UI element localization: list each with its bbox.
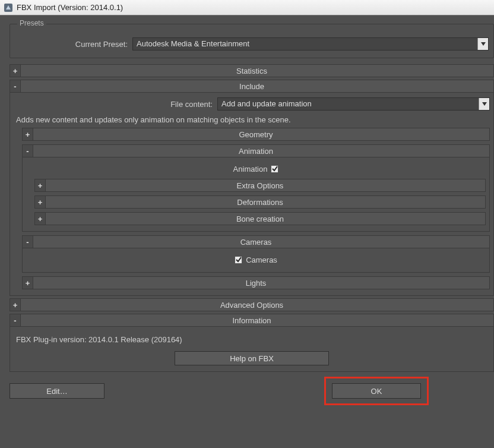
fbx-import-window: FBX Import (Version: 2014.0.1) Presets C… (0, 0, 494, 448)
current-preset-select[interactable]: Autodesk Media & Entertainment (132, 37, 489, 51)
section-lights-title: Lights (246, 279, 267, 288)
ok-button-highlight: OK (324, 377, 429, 405)
section-advanced-options-title: Advanced Options (220, 301, 283, 310)
file-content-value: Add and update animation (218, 98, 479, 110)
file-content-label: File content: (14, 100, 213, 109)
current-preset-value: Autodesk Media & Entertainment (133, 38, 477, 50)
section-animation-title: Animation (239, 147, 273, 156)
section-include[interactable]: - Include (10, 80, 494, 93)
presets-group: Presets Current Preset: Autodesk Media &… (10, 24, 494, 58)
titlebar[interactable]: FBX Import (Version: 2014.0.1) (0, 0, 494, 15)
animation-body: Animation + Extra Options (22, 157, 490, 232)
app-icon (4, 3, 13, 12)
section-include-title: Include (239, 82, 264, 91)
section-extra-options-title: Extra Options (237, 181, 284, 190)
section-geometry-title: Geometry (239, 130, 273, 139)
presets-legend: Presets (17, 19, 46, 27)
expand-icon: + (23, 277, 33, 289)
section-information-title: Information (232, 316, 271, 325)
section-statistics[interactable]: + Statistics (10, 64, 494, 77)
section-cameras-title: Cameras (240, 238, 272, 247)
collapse-icon: - (10, 314, 21, 326)
expand-icon: + (35, 179, 46, 191)
footer: Edit… OK (10, 378, 494, 404)
expand-icon: + (10, 65, 21, 77)
section-advanced-options[interactable]: + Advanced Options (10, 298, 494, 311)
section-statistics-title: Statistics (236, 67, 267, 75)
section-animation[interactable]: - Animation (22, 144, 490, 157)
ok-button[interactable]: OK (332, 383, 421, 399)
cameras-checkbox-label: Cameras (246, 255, 277, 264)
section-deformations-title: Deformations (237, 198, 283, 207)
file-content-description: Adds new content and updates only animat… (14, 114, 490, 124)
section-lights[interactable]: + Lights (22, 276, 490, 289)
cameras-checkbox[interactable] (235, 256, 242, 264)
information-body: FBX Plug-in version: 2014.0.1 Release (2… (10, 327, 494, 372)
animation-checkbox-label: Animation (233, 165, 268, 173)
expand-icon: + (10, 299, 21, 311)
current-preset-label: Current Preset: (15, 40, 128, 49)
section-cameras[interactable]: - Cameras (22, 235, 490, 248)
cameras-body: Cameras (22, 248, 490, 273)
help-on-fbx-button[interactable]: Help on FBX (175, 351, 329, 365)
section-bone-creation[interactable]: + Bone creation (34, 212, 486, 225)
section-deformations[interactable]: + Deformations (34, 195, 486, 209)
chevron-down-icon (477, 38, 488, 50)
client-area: Presets Current Preset: Autodesk Media &… (0, 15, 494, 448)
window-title: FBX Import (Version: 2014.0.1) (17, 3, 123, 12)
section-geometry[interactable]: + Geometry (22, 128, 490, 141)
collapse-icon: - (23, 236, 33, 248)
plugin-version-text: FBX Plug-in version: 2014.0.1 Release (2… (14, 332, 490, 344)
expand-icon: + (35, 213, 46, 225)
expand-icon: + (35, 196, 46, 208)
animation-checkbox[interactable] (271, 165, 278, 173)
collapse-icon: - (10, 80, 21, 92)
include-body: File content: Add and update animation A… (10, 93, 494, 296)
collapse-icon: - (23, 145, 33, 157)
section-bone-creation-title: Bone creation (236, 214, 284, 223)
expand-icon: + (23, 128, 33, 140)
file-content-select[interactable]: Add and update animation (217, 97, 490, 111)
section-extra-options[interactable]: + Extra Options (34, 179, 486, 192)
chevron-down-icon (479, 98, 489, 110)
edit-button[interactable]: Edit… (10, 383, 104, 399)
section-information[interactable]: - Information (10, 314, 494, 327)
